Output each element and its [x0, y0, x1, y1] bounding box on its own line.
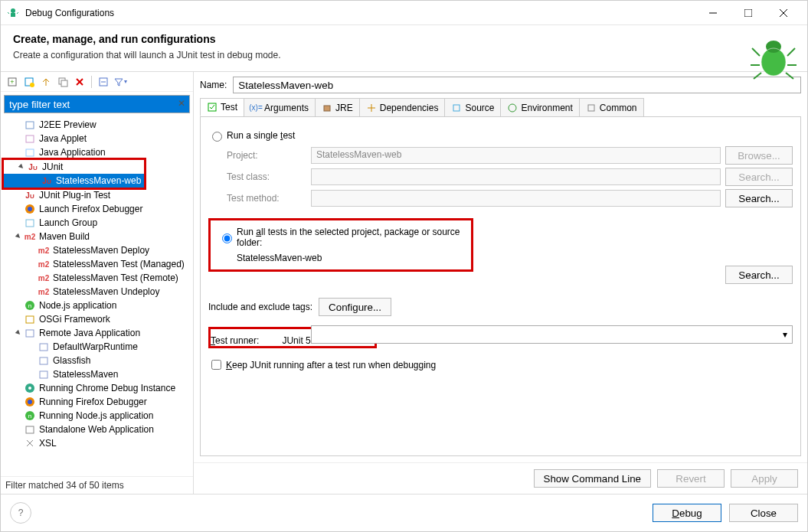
- tab-jre[interactable]: JRE: [315, 98, 360, 116]
- name-label: Name:: [200, 80, 227, 90]
- filter-input[interactable]: [4, 95, 190, 113]
- testclass-field: [311, 168, 721, 185]
- maximize-button[interactable]: [731, 1, 766, 25]
- debug-button[interactable]: Debug: [653, 504, 721, 522]
- m2-icon: m2: [24, 230, 36, 243]
- svg-rect-37: [40, 344, 47, 351]
- remote-child-icon: [38, 354, 50, 367]
- svg-rect-22: [61, 80, 67, 86]
- tree-item-label: StatelessMaven-web: [56, 175, 141, 186]
- tab-environment[interactable]: Environment: [500, 98, 579, 116]
- footer: ? Debug Close: [1, 494, 807, 531]
- chevron-down-icon: ▾: [783, 329, 787, 340]
- project-field: StatelessMaven-web: [311, 147, 721, 164]
- tree-item[interactable]: Standalone Web Application: [1, 423, 193, 436]
- radio-all-input[interactable]: [222, 233, 232, 243]
- tree-item[interactable]: m2StatelessMaven Test (Managed): [1, 257, 193, 271]
- close-dialog-button[interactable]: Close: [729, 504, 798, 522]
- keep-running-checkbox[interactable]: [211, 360, 221, 370]
- tree-item[interactable]: Running Chrome Debug Instance: [1, 381, 193, 395]
- svg-rect-35: [26, 316, 34, 323]
- svg-rect-51: [453, 105, 460, 111]
- duplicate-icon[interactable]: [56, 75, 70, 89]
- new-prototype-icon[interactable]: [22, 75, 36, 89]
- testmethod-search-button[interactable]: Search...: [725, 189, 793, 207]
- close-button[interactable]: [766, 1, 801, 25]
- node-icon: n: [24, 410, 36, 422]
- tree-item[interactable]: Remote Java Application: [1, 326, 193, 340]
- tab-arguments[interactable]: (x)=Arguments: [244, 98, 316, 116]
- tree-item-label: JUnit Plug-in Test: [39, 190, 110, 201]
- tree-item-label: Maven Build: [39, 231, 90, 242]
- svg-rect-46: [26, 426, 34, 433]
- expander-icon[interactable]: [16, 163, 27, 171]
- collapse-all-icon[interactable]: [97, 75, 110, 89]
- tab-label: Test: [221, 102, 237, 113]
- app-icon: [7, 7, 19, 19]
- tab-label: Source: [465, 103, 494, 113]
- all-tests-search-button[interactable]: Search...: [725, 266, 793, 284]
- radio-all-tests[interactable]: Run all tests in the selected project, p…: [218, 227, 463, 248]
- tree-item[interactable]: JUStatelessMaven-web: [4, 174, 144, 188]
- window-title: Debug Configurations: [25, 8, 695, 18]
- main-panel: Name: Test(x)=ArgumentsJREDependenciesSo…: [194, 72, 807, 494]
- tree-item[interactable]: m2StatelessMaven Test (Remote): [1, 271, 193, 285]
- all-tests-folder-value: StatelessMaven-web: [237, 253, 322, 263]
- tree-item[interactable]: Launch Group: [1, 216, 193, 230]
- tree-item-label: JUnit: [42, 162, 63, 172]
- firefox-icon: [24, 203, 36, 215]
- toolbar-sep: [91, 76, 92, 88]
- tab-source[interactable]: Source: [444, 98, 501, 116]
- radio-single-input[interactable]: [212, 132, 222, 142]
- test-runner-select[interactable]: JUnit 5 ▾: [311, 325, 793, 344]
- runner-label: Test runner:: [211, 335, 259, 346]
- tree-item[interactable]: OSGi Framework: [1, 312, 193, 326]
- svg-rect-32: [26, 220, 34, 227]
- radio-single-test[interactable]: Run a single test: [208, 129, 793, 142]
- tab-common[interactable]: Common: [579, 98, 644, 116]
- server-icon: [24, 119, 36, 131]
- show-cmdline-button[interactable]: Show Command Line: [534, 469, 651, 488]
- tree-item[interactable]: nRunning Node.js application: [1, 409, 193, 423]
- new-config-icon[interactable]: +: [5, 75, 19, 89]
- tree-item[interactable]: Glassfish: [1, 354, 193, 367]
- export-icon[interactable]: [39, 75, 53, 89]
- tree-item[interactable]: m2StatelessMaven Deploy: [1, 243, 193, 257]
- tab-test[interactable]: Test: [200, 98, 244, 116]
- clear-filter-icon[interactable]: ✕: [178, 98, 185, 109]
- tree-item[interactable]: Launch Firefox Debugger: [1, 202, 193, 216]
- svg-rect-27: [26, 122, 34, 129]
- configure-tags-button[interactable]: Configure...: [319, 298, 391, 316]
- sidebar: + ▾ ✕ J2EE PreviewJava AppletJava Applic…: [1, 72, 194, 494]
- tree-item[interactable]: XSL: [1, 436, 193, 450]
- expander-icon[interactable]: [13, 329, 24, 337]
- tree-item[interactable]: nNode.js application: [1, 299, 193, 312]
- tab-label: Environment: [521, 103, 572, 113]
- tab-dependencies[interactable]: Dependencies: [359, 98, 446, 116]
- name-input[interactable]: [233, 77, 801, 93]
- help-icon[interactable]: ?: [10, 502, 31, 524]
- tree-item[interactable]: J2EE Preview: [1, 118, 193, 132]
- tree-item[interactable]: StatelessMaven: [1, 367, 193, 381]
- tree-item[interactable]: Java Application: [1, 145, 193, 159]
- filter-icon[interactable]: ▾: [113, 75, 127, 89]
- tree-item[interactable]: JUJUnit Plug-in Test: [1, 188, 193, 202]
- config-tree[interactable]: J2EE PreviewJava AppletJava ApplicationJ…: [1, 116, 193, 476]
- tree-item[interactable]: m2Maven Build: [1, 230, 193, 243]
- expander-icon[interactable]: [13, 233, 24, 240]
- tab-test-body: Run a single test Project: StatelessMave…: [200, 117, 801, 456]
- minimize-button[interactable]: [695, 1, 731, 25]
- tree-item[interactable]: Running Firefox Debugger: [1, 395, 193, 409]
- tree-item[interactable]: Java Applet: [1, 132, 193, 145]
- titlebar: Debug Configurations: [1, 1, 807, 25]
- tree-item-label: Glassfish: [53, 355, 90, 366]
- tree-item[interactable]: JUJUnit: [4, 160, 144, 174]
- junit-icon: JU: [41, 175, 53, 187]
- testmethod-field: [311, 190, 721, 207]
- tree-item[interactable]: m2StatelessMaven Undeploy: [1, 285, 193, 299]
- delete-icon[interactable]: [73, 75, 87, 89]
- tree-item[interactable]: DefaultWarpRuntime: [1, 340, 193, 354]
- svg-point-41: [28, 387, 31, 390]
- svg-point-0: [11, 8, 15, 13]
- tree-item-label: Java Applet: [39, 133, 87, 144]
